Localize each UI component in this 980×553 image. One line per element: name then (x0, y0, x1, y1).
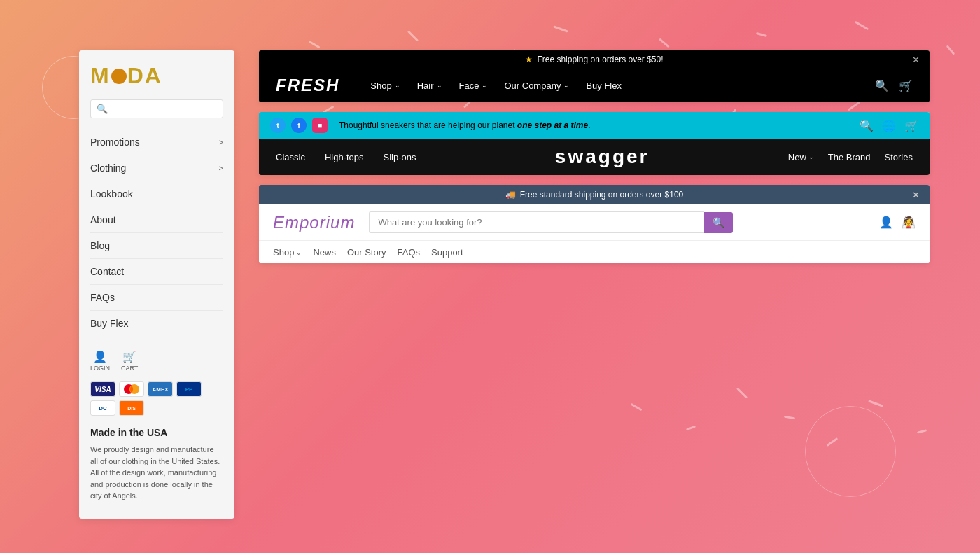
fresh-nav-face-label: Face (459, 80, 479, 91)
emporium-nav-bar: Emporium 🔍 👤 👰 (259, 204, 930, 241)
fresh-logo: FRESH (276, 76, 340, 95)
user-icon[interactable]: 👤 (879, 216, 893, 229)
cart-label: CART (121, 365, 138, 372)
person-icon: 👤 (93, 350, 107, 363)
swagger-hightops[interactable]: High-tops (325, 152, 364, 162)
swagger-stories[interactable]: Stories (885, 152, 913, 162)
swagger-new[interactable]: New ⌄ (788, 152, 814, 162)
chevron-icon: ⌄ (808, 153, 814, 160)
emporium-search-input[interactable] (369, 211, 704, 233)
nav-label-faqs: FAQs (90, 292, 115, 303)
swagger-tagline-period: . (588, 120, 590, 130)
chevron-icon: ⌄ (482, 82, 487, 89)
nav-item-promotions[interactable]: Promotions > (90, 130, 223, 155)
payment-paypal: PP (176, 382, 202, 397)
globe-icon[interactable]: 🌐 (882, 119, 896, 132)
swagger-actions: 🔍 🌐 🛒 (860, 119, 918, 132)
fresh-nav-shop-label: Shop (370, 80, 391, 91)
fresh-nav-links: Shop ⌄ Hair ⌄ Face ⌄ Our Company ⌄ Buy F… (362, 76, 875, 95)
fresh-banner: ★ Free shipping on orders over $50! ✕ (259, 50, 930, 69)
cart-icon[interactable]: 🛒 (899, 79, 913, 92)
emporium-logo: Emporium (273, 213, 355, 232)
emporium-banner-close[interactable]: ✕ (912, 190, 920, 200)
fresh-banner-text: Free shipping on orders over $50! (537, 55, 663, 64)
payment-amex: AMEX (148, 382, 173, 397)
emporium-shop[interactable]: Shop ⌄ (273, 247, 302, 258)
logo-dot (111, 69, 127, 84)
facebook-icon[interactable]: f (291, 118, 307, 133)
swagger-slipons[interactable]: Slip-ons (384, 152, 416, 162)
nav-label-blog: Blog (90, 240, 110, 251)
decor-circle-2 (805, 406, 896, 497)
nav-item-blog[interactable]: Blog (90, 233, 223, 259)
chevron-icon-promotions: > (219, 138, 223, 146)
twitter-icon[interactable]: t (270, 118, 286, 133)
chevron-icon: ⌄ (437, 82, 442, 89)
emporium-support[interactable]: Support (431, 247, 463, 258)
chevron-icon: ⌄ (296, 249, 302, 256)
payment-discover: DIS (119, 400, 144, 416)
fresh-nav-actions: 🔍 🛒 (875, 79, 913, 92)
chevron-icon: ⌄ (564, 82, 569, 89)
instagram-icon[interactable]: ■ (312, 118, 328, 133)
fresh-banner-close[interactable]: ✕ (912, 55, 920, 65)
search-icon[interactable]: 🔍 (860, 119, 874, 132)
swagger-classic[interactable]: Classic (276, 152, 305, 162)
fresh-nav-face[interactable]: Face ⌄ (451, 76, 496, 95)
nav-item-lookbook[interactable]: Lookbook (90, 181, 223, 207)
nav-menu: Promotions > Clothing > Lookbook About B… (90, 130, 223, 336)
bag-icon[interactable]: 👰 (902, 216, 916, 229)
nav-label-promotions: Promotions (90, 136, 140, 148)
logo-text: MDA (90, 64, 162, 87)
search-icon[interactable]: 🔍 (875, 79, 889, 92)
nav-item-about[interactable]: About (90, 207, 223, 233)
search-bar[interactable]: 🔍 (90, 99, 223, 118)
fresh-nav-company-label: Our Company (504, 80, 561, 91)
emporium-nav-preview: 🚚 Free standard shipping on orders over … (259, 185, 930, 263)
emporium-search-button[interactable]: 🔍 (704, 212, 733, 233)
sidebar: MDA 🔍 Promotions > Clothing > Lookbook A… (79, 50, 234, 519)
login-label: LOGIN (90, 365, 110, 372)
search-input[interactable] (111, 104, 217, 114)
footer-actions: 👤 LOGIN 🛒 CART (90, 350, 223, 372)
emporium-our-story[interactable]: Our Story (347, 247, 386, 258)
emporium-shop-label: Shop (273, 247, 294, 258)
swagger-tagline-plain: Thoughtful sneakers that are helping our… (339, 120, 517, 130)
swagger-tagline-bold: one step at a time (517, 120, 588, 130)
cart-icon: 🛒 (122, 350, 136, 363)
login-button[interactable]: 👤 LOGIN (90, 350, 110, 372)
swagger-banner: t f ■ Thoughtful sneakers that are helpi… (259, 112, 930, 139)
fresh-nav-buyflex-label: Buy Flex (586, 80, 622, 91)
nav-item-buy-flex[interactable]: Buy Flex (90, 311, 223, 336)
nav-label-clothing: Clothing (90, 162, 126, 174)
fresh-nav-our-company[interactable]: Our Company ⌄ (496, 76, 578, 95)
made-in-usa-body: We proudly design and manufacture all of… (90, 444, 223, 502)
cart-icon[interactable]: 🛒 (904, 119, 918, 132)
emporium-news[interactable]: News (313, 247, 336, 258)
fresh-nav-hair-label: Hair (417, 80, 434, 91)
nav-item-contact[interactable]: Contact (90, 259, 223, 285)
swagger-tagline: Thoughtful sneakers that are helping our… (339, 120, 591, 130)
nav-item-clothing[interactable]: Clothing > (90, 155, 223, 181)
nav-label-lookbook: Lookbook (90, 188, 133, 200)
fresh-nav-buy-flex[interactable]: Buy Flex (578, 76, 630, 95)
chevron-icon: ⌄ (395, 82, 400, 89)
fresh-nav-preview: ★ Free shipping on orders over $50! ✕ FR… (259, 50, 930, 102)
swagger-left-links: Classic High-tops Slip-ons (276, 152, 416, 162)
emporium-faqs[interactable]: FAQs (398, 247, 421, 258)
made-in-usa-heading: Made in the USA (90, 427, 223, 438)
cart-button[interactable]: 🛒 CART (121, 350, 138, 372)
emporium-banner-text: Free standard shipping on orders over $1… (520, 190, 683, 200)
made-in-usa-section: Made in the USA We proudly design and ma… (90, 427, 223, 502)
fresh-nav-shop[interactable]: Shop ⌄ (362, 76, 408, 95)
fresh-nav-hair[interactable]: Hair ⌄ (409, 76, 451, 95)
truck-icon: 🚚 (505, 190, 516, 200)
nav-item-faqs[interactable]: FAQs (90, 285, 223, 311)
payment-diners: DC (90, 400, 115, 416)
swagger-the-brand[interactable]: The Brand (828, 152, 871, 162)
emporium-links-bar: Shop ⌄ News Our Story FAQs Support (259, 241, 930, 263)
nav-label-about: About (90, 214, 116, 225)
nav-previews: ★ Free shipping on orders over $50! ✕ FR… (259, 50, 930, 273)
emporium-search: 🔍 (369, 211, 733, 233)
swagger-nav-bar: Classic High-tops Slip-ons swagger New ⌄… (259, 139, 930, 175)
